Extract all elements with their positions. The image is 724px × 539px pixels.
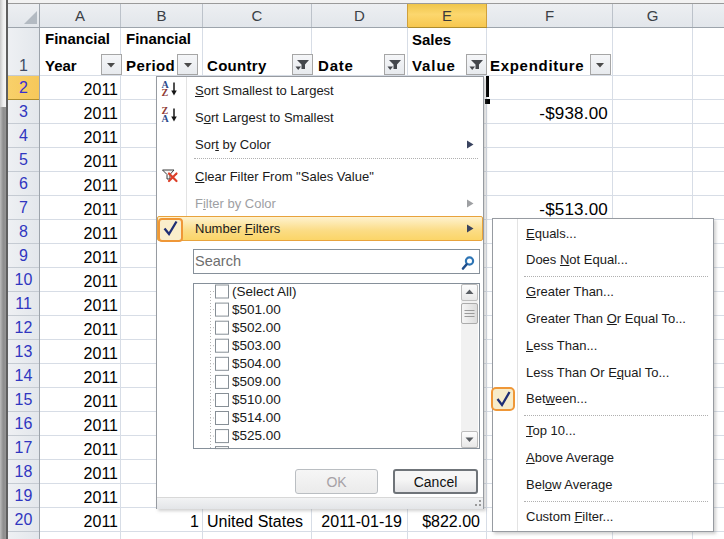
svg-text:A: A bbox=[162, 113, 170, 124]
svg-text:Z: Z bbox=[162, 87, 169, 98]
